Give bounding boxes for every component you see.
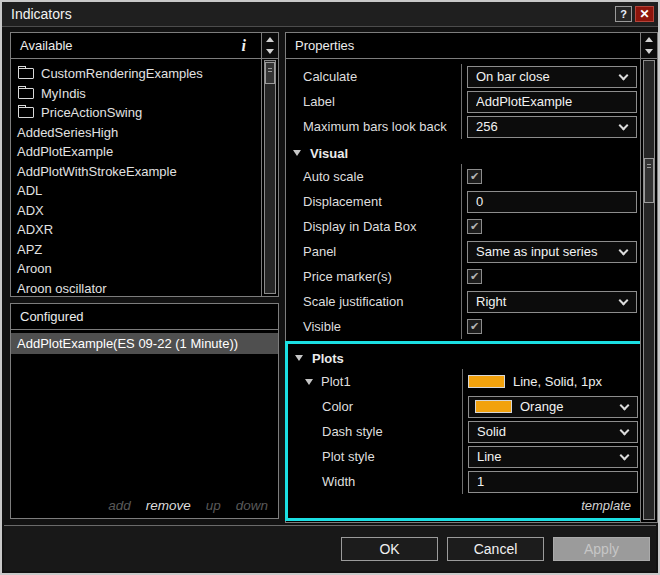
property-value-cell: ✔ xyxy=(461,214,640,239)
property-label: Calculate xyxy=(286,64,461,89)
list-item-label: AddedSeriesHigh xyxy=(17,125,118,140)
calculate-dropdown[interactable]: On bar close xyxy=(467,66,637,88)
chevron-down-icon xyxy=(620,450,630,460)
properties-scroll-track[interactable] xyxy=(643,60,655,520)
property-label: Price marker(s) xyxy=(286,264,461,289)
available-item-adl[interactable]: ADL xyxy=(11,181,261,201)
add-link[interactable]: add xyxy=(108,498,131,513)
available-item-addplotexample[interactable]: AddPlotExample xyxy=(11,142,261,162)
property-row-panel: PanelSame as input series xyxy=(286,239,640,264)
property-value-cell: ✔ xyxy=(461,264,640,289)
property-row-dash-style: Dash styleSolid xyxy=(288,419,641,444)
available-item-adx[interactable]: ADX xyxy=(11,201,261,221)
available-item-addedserieshigh[interactable]: AddedSeriesHigh xyxy=(11,123,261,143)
available-item-apz[interactable]: APZ xyxy=(11,240,261,260)
label-input[interactable] xyxy=(467,91,637,113)
template-link[interactable]: template xyxy=(581,498,631,513)
cancel-button[interactable]: Cancel xyxy=(447,537,544,561)
price-marker-s-checkbox[interactable]: ✔ xyxy=(467,269,482,284)
available-scroll-up-button[interactable] xyxy=(262,33,278,46)
property-value-cell: Line, Solid, 1px xyxy=(462,369,641,394)
available-item-customrenderingexamples[interactable]: CustomRenderingExamples xyxy=(11,64,261,84)
chevron-down-icon xyxy=(619,70,629,80)
properties-scroll-down-button[interactable] xyxy=(641,46,657,59)
properties-panel: Properties CalculateOn bar closeLabelMax… xyxy=(285,32,658,523)
scroll-up-icon xyxy=(645,37,653,42)
configured-list: AddPlotExample(ES 09-22 (1 Minute))addre… xyxy=(11,330,278,518)
visible-checkbox[interactable]: ✔ xyxy=(467,319,482,334)
down-link[interactable]: down xyxy=(236,498,268,513)
chevron-down-icon xyxy=(619,295,629,305)
property-row-label: Label xyxy=(286,89,640,114)
available-scrollbar[interactable] xyxy=(261,59,278,296)
available-item-aroon[interactable]: Aroon xyxy=(11,259,261,279)
dialog-footer: OK Cancel Apply xyxy=(4,525,656,571)
dropdown-value: Line xyxy=(477,449,502,464)
list-item-label: PriceActionSwing xyxy=(41,105,142,120)
dropdown-value: Solid xyxy=(477,424,506,439)
property-value-cell: On bar close xyxy=(461,64,640,89)
up-link[interactable]: up xyxy=(206,498,221,513)
section-visual[interactable]: Visual xyxy=(286,144,640,162)
displacement-input[interactable] xyxy=(467,191,637,213)
properties-scroll-up-button[interactable] xyxy=(641,33,657,46)
close-button[interactable]: ✕ xyxy=(635,6,654,22)
available-scroll-thumb[interactable] xyxy=(265,62,275,84)
property-row-scale-justification: Scale justificationRight xyxy=(286,289,640,314)
configured-header: Configured xyxy=(11,304,278,330)
available-scroll-buttons xyxy=(261,33,278,59)
dash-style-dropdown[interactable]: Solid xyxy=(468,421,638,443)
available-item-aroon-oscillator[interactable]: Aroon oscillator xyxy=(11,279,261,297)
property-label: Panel xyxy=(286,239,461,264)
properties-scroll-thumb[interactable] xyxy=(644,158,654,203)
auto-scale-checkbox[interactable]: ✔ xyxy=(467,169,482,184)
maximum-bars-look-back-dropdown[interactable]: 256 xyxy=(467,116,637,138)
list-item-label: APZ xyxy=(17,242,42,257)
configured-item-addplotexample-es-09-22-1-minute[interactable]: AddPlotExample(ES 09-22 (1 Minute)) xyxy=(11,333,278,354)
available-item-priceactionswing[interactable]: PriceActionSwing xyxy=(11,103,261,123)
chevron-down-icon xyxy=(620,425,630,435)
plot-color-swatch xyxy=(468,375,505,388)
section-label: Plots xyxy=(312,351,344,366)
ok-button[interactable]: OK xyxy=(341,537,438,561)
property-value-cell xyxy=(461,189,640,214)
properties-header: Properties xyxy=(286,33,640,59)
section-plots[interactable]: Plots xyxy=(288,349,641,367)
panel-dropdown[interactable]: Same as input series xyxy=(467,241,637,263)
available-list: CustomRenderingExamplesMyIndisPriceActio… xyxy=(11,59,261,296)
list-item-label: AddPlotExample(ES 09-22 (1 Minute)) xyxy=(17,336,238,351)
properties-scrollbar[interactable] xyxy=(640,59,657,522)
dropdown-value: Right xyxy=(476,294,506,309)
list-item-label: CustomRenderingExamples xyxy=(41,66,203,81)
properties-scroll-buttons xyxy=(640,33,657,59)
scroll-down-icon xyxy=(266,49,274,54)
titlebar[interactable]: Indicators ? ✕ xyxy=(2,2,658,27)
available-header: Available i xyxy=(11,33,261,59)
available-scroll-down-button[interactable] xyxy=(262,46,278,59)
list-item-label: Aroon xyxy=(17,261,52,276)
color-dropdown[interactable]: Orange xyxy=(468,396,638,418)
plot-style-dropdown[interactable]: Line xyxy=(468,446,638,468)
property-value-cell: Orange xyxy=(462,394,641,419)
scale-justification-dropdown[interactable]: Right xyxy=(467,291,637,313)
available-item-myindis[interactable]: MyIndis xyxy=(11,84,261,104)
info-icon[interactable]: i xyxy=(236,37,252,55)
collapse-triangle-icon xyxy=(295,355,303,361)
available-scroll-track[interactable] xyxy=(264,60,276,294)
checkmark-icon: ✔ xyxy=(470,221,479,232)
help-button[interactable]: ? xyxy=(615,6,632,22)
property-value-cell: ✔ xyxy=(461,164,640,189)
folder-icon xyxy=(18,107,34,118)
available-item-addplotwithstrokeexample[interactable]: AddPlotWithStrokeExample xyxy=(11,162,261,182)
indicators-dialog: Indicators ? ✕ Available i CustomRenderi… xyxy=(0,0,660,575)
remove-link[interactable]: remove xyxy=(146,498,191,513)
collapse-triangle-icon[interactable] xyxy=(305,379,313,385)
available-item-adxr[interactable]: ADXR xyxy=(11,220,261,240)
display-in-data-box-checkbox[interactable]: ✔ xyxy=(467,219,482,234)
dropdown-value: 256 xyxy=(476,119,498,134)
chevron-down-icon xyxy=(619,120,629,130)
width-input[interactable] xyxy=(468,471,638,493)
apply-button[interactable]: Apply xyxy=(553,537,650,561)
dropdown-value: On bar close xyxy=(476,69,550,84)
checkmark-icon: ✔ xyxy=(470,171,479,182)
